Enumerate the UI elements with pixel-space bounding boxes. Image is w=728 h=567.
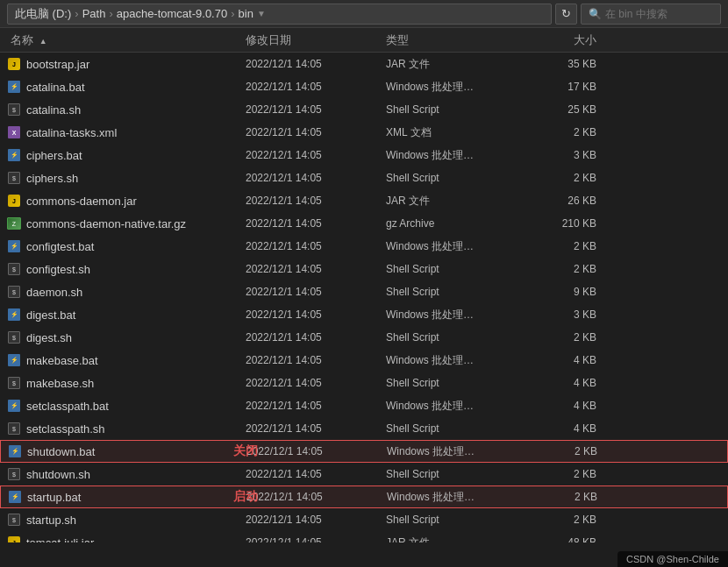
- file-icon: $: [8, 514, 20, 526]
- file-name: digest.bat: [26, 308, 75, 322]
- file-name: digest.sh: [26, 331, 72, 344]
- file-name: startup.bat: [27, 491, 81, 504]
- file-name: daemon.sh: [26, 286, 82, 299]
- file-icon: ⚡: [9, 445, 21, 457]
- file-icon: $: [8, 263, 20, 275]
- file-size: 4 KB: [544, 422, 614, 435]
- file-icon: ⚡: [8, 308, 20, 321]
- file-icon: $: [8, 331, 20, 344]
- file-name: catalina-tasks.xml: [26, 126, 117, 139]
- file-type: Windows 批处理…: [386, 148, 544, 163]
- file-type: gz Archive: [386, 217, 544, 230]
- file-date: 2022/12/1 14:05: [246, 354, 386, 366]
- file-type: Windows 批处理…: [387, 490, 545, 505]
- file-name: tomcat-juli.jar: [26, 536, 94, 543]
- file-icon: $: [8, 286, 20, 298]
- file-name: configtest.bat: [26, 240, 94, 253]
- file-size: 210 KB: [544, 217, 614, 230]
- breadcrumb[interactable]: 此电脑 (D:) › Path › apache-tomcat-9.0.70 ›…: [7, 4, 552, 25]
- breadcrumb-tomcat[interactable]: apache-tomcat-9.0.70: [117, 7, 227, 20]
- search-box[interactable]: 🔍: [581, 4, 721, 25]
- table-row[interactable]: Jtomcat-juli.jar2022/12/1 14:05JAR 文件48 …: [0, 531, 728, 542]
- file-icon: $: [8, 103, 20, 116]
- file-date: 2022/12/1 14:05: [246, 195, 386, 207]
- refresh-button[interactable]: ↻: [555, 4, 577, 25]
- col-header-size[interactable]: 大小: [544, 32, 614, 48]
- file-date: 2022/12/1 14:05: [246, 149, 386, 161]
- table-row[interactable]: $catalina.sh2022/12/1 14:05Shell Script2…: [0, 98, 728, 121]
- file-name: bootstrap.jar: [26, 58, 89, 71]
- breadcrumb-bin[interactable]: bin: [239, 7, 253, 20]
- file-icon: X: [8, 126, 20, 138]
- table-row[interactable]: Jbootstrap.jar2022/12/1 14:05JAR 文件35 KB: [0, 53, 728, 75]
- file-type: JAR 文件: [386, 194, 544, 209]
- file-size: 2 KB: [544, 468, 614, 480]
- file-type: Windows 批处理…: [386, 239, 544, 254]
- file-date: 2022/12/1 14:05: [246, 422, 386, 435]
- table-row[interactable]: $startup.sh2022/12/1 14:05Shell Script2 …: [0, 508, 728, 531]
- table-row[interactable]: $makebase.sh2022/12/1 14:05Shell Script4…: [0, 372, 728, 394]
- col-header-type[interactable]: 类型: [386, 32, 544, 48]
- file-icon: J: [8, 195, 20, 207]
- file-name: makebase.sh: [26, 377, 94, 390]
- file-type: XML 文档: [386, 125, 544, 140]
- file-type: Shell Script: [386, 172, 544, 184]
- file-size: 25 KB: [544, 103, 614, 116]
- table-row[interactable]: $setclasspath.sh2022/12/1 14:05Shell Scr…: [0, 417, 728, 440]
- table-row[interactable]: ⚡digest.bat2022/12/1 14:05Windows 批处理…3 …: [0, 303, 728, 326]
- file-icon: ⚡: [8, 240, 20, 252]
- col-header-date[interactable]: 修改日期: [246, 32, 386, 48]
- file-icon: ⚡: [8, 354, 20, 366]
- file-size: 2 KB: [544, 240, 614, 252]
- table-row[interactable]: $daemon.sh2022/12/1 14:05Shell Script9 K…: [0, 280, 728, 303]
- table-row[interactable]: ⚡shutdown.bat2022/12/1 14:05Windows 批处理……: [0, 440, 728, 463]
- file-date: 2022/12/1 14:05: [246, 468, 386, 480]
- file-size: 9 KB: [544, 286, 614, 298]
- table-row[interactable]: ⚡ciphers.bat2022/12/1 14:05Windows 批处理…3…: [0, 144, 728, 167]
- table-row[interactable]: ⚡makebase.bat2022/12/1 14:05Windows 批处理……: [0, 349, 728, 372]
- file-date: 2022/12/1 14:05: [246, 286, 386, 298]
- table-row[interactable]: ⚡catalina.bat2022/12/1 14:05Windows 批处理……: [0, 75, 728, 98]
- file-date: 2022/12/1 14:05: [246, 103, 386, 116]
- table-row[interactable]: $digest.sh2022/12/1 14:05Shell Script2 K…: [0, 326, 728, 349]
- table-row[interactable]: ⚡setclasspath.bat2022/12/1 14:05Windows …: [0, 394, 728, 417]
- file-type: Windows 批处理…: [386, 80, 544, 95]
- file-name: setclasspath.sh: [26, 422, 105, 436]
- file-size: 3 KB: [544, 308, 614, 321]
- col-header-name[interactable]: 名称 ▲: [0, 32, 246, 48]
- file-size: 4 KB: [544, 400, 614, 412]
- table-row[interactable]: ⚡startup.bat2022/12/1 14:05Windows 批处理…2…: [0, 485, 728, 508]
- file-icon: Z: [7, 217, 21, 230]
- table-row[interactable]: $configtest.sh2022/12/1 14:05Shell Scrip…: [0, 258, 728, 280]
- file-type: Shell Script: [386, 377, 544, 389]
- file-type: Windows 批处理…: [386, 399, 544, 414]
- file-icon: $: [8, 422, 20, 435]
- file-size: 4 KB: [544, 377, 614, 389]
- file-type: Shell Script: [386, 263, 544, 275]
- file-type: Windows 批处理…: [386, 308, 544, 322]
- file-size: 2 KB: [544, 263, 614, 275]
- table-row[interactable]: ⚡configtest.bat2022/12/1 14:05Windows 批处…: [0, 235, 728, 258]
- address-bar: 此电脑 (D:) › Path › apache-tomcat-9.0.70 ›…: [0, 0, 728, 28]
- file-type: Shell Script: [386, 331, 544, 344]
- breadcrumb-drive[interactable]: 此电脑 (D:): [15, 6, 71, 22]
- file-name: shutdown.sh: [26, 468, 90, 481]
- file-size: 2 KB: [544, 126, 614, 138]
- file-date: 2022/12/1 14:05: [246, 217, 386, 230]
- table-row[interactable]: $shutdown.sh2022/12/1 14:05Shell Script2…: [0, 463, 728, 485]
- file-size: 2 KB: [544, 172, 614, 184]
- file-icon: J: [8, 58, 20, 70]
- file-name: commons-daemon-native.tar.gz: [26, 217, 186, 230]
- file-type: Shell Script: [386, 422, 544, 435]
- file-date: 2022/12/1 14:05: [246, 514, 386, 526]
- file-name: shutdown.bat: [27, 445, 95, 458]
- table-row[interactable]: $ciphers.sh2022/12/1 14:05Shell Script2 …: [0, 167, 728, 189]
- table-row[interactable]: Jcommons-daemon.jar2022/12/1 14:05JAR 文件…: [0, 189, 728, 212]
- file-size: 2 KB: [545, 491, 615, 503]
- file-date: 2022/12/1 14:05: [246, 445, 387, 457]
- table-row[interactable]: Zcommons-daemon-native.tar.gz2022/12/1 1…: [0, 212, 728, 235]
- file-list: Jbootstrap.jar2022/12/1 14:05JAR 文件35 KB…: [0, 53, 728, 542]
- breadcrumb-path[interactable]: Path: [82, 7, 106, 20]
- search-input[interactable]: [605, 8, 713, 20]
- table-row[interactable]: Xcatalina-tasks.xml2022/12/1 14:05XML 文档…: [0, 121, 728, 144]
